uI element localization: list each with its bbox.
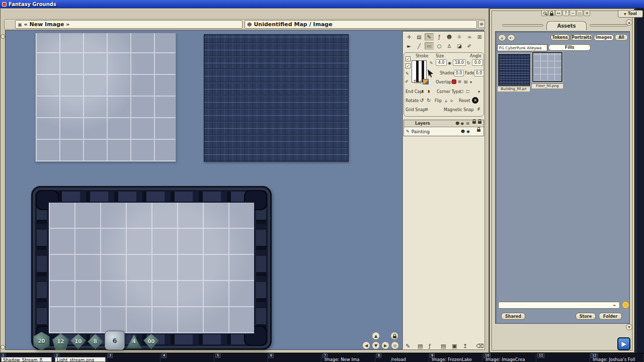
eye-icon[interactable]: ◉ <box>466 129 470 134</box>
angle-input[interactable] <box>472 59 483 66</box>
tint-color-swatch[interactable] <box>423 79 429 84</box>
filter-portraits-button[interactable]: Portraits <box>571 34 593 41</box>
stroke-enable-checkbox[interactable]: ✓ <box>406 56 411 61</box>
window-help-button[interactable]: ? <box>562 10 569 16</box>
module-tab-cyberpunk[interactable]: FG CyberPunk Alleywa <box>497 44 547 51</box>
hotkey-slot-11[interactable]: 11 <box>537 353 590 362</box>
copy-icon[interactable]: ▣ <box>452 343 457 349</box>
fill-enable-checkbox[interactable]: ✓ <box>406 63 411 68</box>
assets-tab[interactable]: Assets <box>546 21 587 30</box>
token-tool-button[interactable]: ♙ <box>445 42 454 50</box>
add-layer-icon[interactable]: ▤ <box>418 343 423 349</box>
shared-button[interactable]: Shared <box>501 313 525 320</box>
asset-thumb-building-fill[interactable] <box>498 54 530 86</box>
links-mode-button[interactable]: ∞ <box>465 33 474 41</box>
grid-icon[interactable]: ⊞ <box>466 121 469 126</box>
stamp-tool-button[interactable]: ✐ <box>465 42 474 50</box>
window-zoom-button[interactable] <box>541 10 548 16</box>
map-name-field[interactable]: ▣ « New Image » <box>15 20 243 29</box>
lock-icon[interactable] <box>478 121 481 124</box>
eye-icon[interactable]: ◉ <box>460 121 464 126</box>
assets-back-button[interactable]: ← <box>507 34 515 41</box>
add-drawing-icon[interactable]: ✎ <box>406 343 410 349</box>
hotkey-slot-3[interactable]: 3 <box>107 353 160 362</box>
hotkey-slot-8[interactable]: 8 /reload <box>376 353 429 362</box>
center-view-button[interactable]: ◎ <box>391 341 399 349</box>
effects-mode-button[interactable]: ƒ <box>435 33 444 41</box>
assets-search-input[interactable] <box>498 302 620 309</box>
person-icon[interactable]: ☻ <box>455 121 459 126</box>
hotkey-slot-5[interactable]: 5 <box>215 353 268 362</box>
folder-button[interactable]: Folder <box>599 313 622 320</box>
layers-mode-button[interactable]: ▤ <box>415 33 424 41</box>
floor-texture-stamp[interactable] <box>35 33 176 162</box>
rotate-ccw-icon[interactable]: ↺ <box>420 98 424 103</box>
assets-options-button[interactable]: ∷ <box>622 301 629 309</box>
rectangle-tool-button[interactable]: ▭ <box>425 42 434 50</box>
rotate-cw-icon[interactable]: ↻ <box>427 98 431 103</box>
lighting-mode-button[interactable]: ☼ <box>455 33 464 41</box>
hotkey-slot-7[interactable]: 7 Image: New Ima <box>322 353 375 362</box>
line-tool-button[interactable]: ╱ <box>415 42 424 50</box>
pan-up-button[interactable]: ▲ <box>372 332 380 340</box>
move-tool-button[interactable]: ✛ <box>405 33 414 41</box>
window-edge-knob[interactable] <box>1 345 5 349</box>
paint-mode-button[interactable]: ✎ <box>425 33 434 41</box>
window-close-button[interactable]: ✕ <box>584 10 590 16</box>
hotkey-slot-4[interactable]: 4 <box>161 353 214 362</box>
hotkey-slot-12[interactable]: 12 Image: Joshua's Foll <box>590 353 644 362</box>
magnet-snap-icon[interactable]: # <box>477 107 480 112</box>
header-menu-button[interactable]: ≡ <box>478 20 485 28</box>
search-scroll-arrows-icon[interactable]: ◂▸ <box>613 303 616 307</box>
die-d6[interactable]: 6 <box>105 331 125 350</box>
fills-button[interactable]: Fills <box>548 44 591 51</box>
stroke-size-input[interactable] <box>436 59 447 66</box>
play-button[interactable]: ▶ <box>617 337 630 350</box>
lock-icon[interactable] <box>477 129 480 132</box>
export-icon[interactable]: ↥ <box>463 343 467 349</box>
assets-scroll-up-button[interactable]: ▴ <box>626 19 632 26</box>
grid-snap-icon[interactable]: ⊞ <box>425 107 428 112</box>
hotkey-slot-2[interactable]: 2 Light_stream.png <box>54 353 107 362</box>
pan-right-button[interactable]: ▶ <box>381 341 389 349</box>
window-restore-button[interactable]: ▭ <box>577 10 583 16</box>
hotkey-slot-10[interactable]: 10 Image: ImageCrea <box>483 353 536 362</box>
trash-icon[interactable]: ⌫ <box>476 343 484 349</box>
lock-icon[interactable] <box>472 121 476 124</box>
grid-mode-button[interactable]: ⊞ <box>475 33 484 41</box>
fade-input[interactable] <box>474 70 484 76</box>
overlap-red-toggle[interactable] <box>452 79 456 84</box>
asset-thumb-floor-fill[interactable] <box>532 52 562 82</box>
stroke-width-input[interactable] <box>453 59 466 66</box>
layer-row-painting[interactable]: ✎ Painting ☻ ◉ <box>404 127 484 136</box>
hotkey-slot-6[interactable]: 6 <box>268 353 321 362</box>
filter-images-button[interactable]: Images <box>594 34 614 41</box>
select-tool-button[interactable]: ► <box>405 42 414 50</box>
shadow-input[interactable] <box>454 70 464 76</box>
folder-icon[interactable]: ▤ <box>441 343 446 349</box>
framed-map-stamp[interactable] <box>31 186 272 350</box>
add-effect-icon[interactable]: ƒ <box>429 343 431 349</box>
eraser-tool-button[interactable]: ◪ <box>455 42 464 50</box>
hotkey-slot-1[interactable]: 1 Shadow_Stream_R <box>0 353 53 362</box>
ellipse-tool-button[interactable]: ○ <box>435 42 444 50</box>
lock-view-button[interactable] <box>390 332 398 340</box>
assets-home-button[interactable]: ⌂ <box>498 34 506 41</box>
map-title-field[interactable]: ☻ Unidentified Map / Image <box>245 20 477 29</box>
titlebar[interactable]: Fantasy Grounds <box>0 0 644 8</box>
person-icon[interactable]: ☻ <box>461 129 465 134</box>
filter-tokens-button[interactable]: Tokens <box>550 34 570 41</box>
store-button[interactable]: Store <box>576 313 596 320</box>
assets-scroll-down-button[interactable]: ▾ <box>626 324 632 330</box>
window-lock-button[interactable] <box>548 10 555 16</box>
pan-down-button[interactable]: ▼ <box>372 341 380 349</box>
hotkey-slot-9[interactable]: 9 Image: FrozenLake <box>429 353 482 362</box>
pan-left-button[interactable]: ◀ <box>362 341 370 349</box>
flip-vertical-icon[interactable]: ▹ <box>451 98 453 103</box>
tool-menu-button[interactable]: ▼ Tool <box>618 10 643 18</box>
filter-all-button[interactable]: All <box>615 34 628 41</box>
window-minimize-button[interactable]: − <box>570 10 576 16</box>
flip-horizontal-icon[interactable]: ▵ <box>445 98 447 103</box>
building-texture-stamp[interactable] <box>204 34 349 162</box>
reset-button[interactable]: ✕ <box>472 97 478 104</box>
